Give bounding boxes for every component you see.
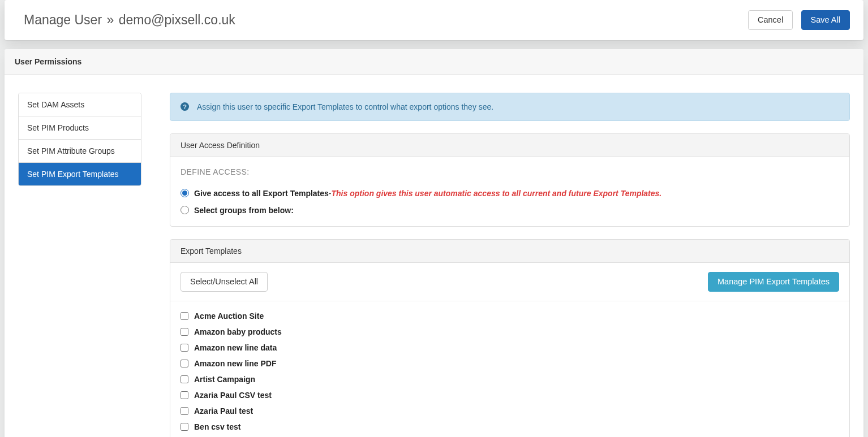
template-item: Amazon new line PDF <box>181 359 839 368</box>
access-panel: User Access Definition DEFINE ACCESS: Gi… <box>170 133 850 227</box>
template-label[interactable]: Ben csv test <box>194 422 240 431</box>
nav-item-3[interactable]: Set PIM Export Templates <box>19 163 141 185</box>
templates-toolbar: Select/Unselect All Manage PIM Export Te… <box>170 263 849 301</box>
template-item: Ben csv test <box>181 422 839 431</box>
templates-panel-title: Export Templates <box>170 240 849 263</box>
cancel-button[interactable]: Cancel <box>748 10 793 30</box>
template-checkbox[interactable] <box>181 360 188 367</box>
template-checkbox[interactable] <box>181 344 188 352</box>
main-card: User Permissions Set DAM AssetsSet PIM P… <box>5 49 863 437</box>
radio-access-all-label[interactable]: Give access to all Export Templates <box>194 189 329 198</box>
title-separator: » <box>106 12 114 27</box>
header-actions: Cancel Save All <box>748 10 850 30</box>
content-column: ? Assign this user to specific Export Te… <box>170 93 850 437</box>
nav-list: Set DAM AssetsSet PIM ProductsSet PIM At… <box>18 93 141 186</box>
section-title: User Permissions <box>5 49 863 75</box>
template-checkbox[interactable] <box>181 407 188 415</box>
info-banner: ? Assign this user to specific Export Te… <box>170 93 850 121</box>
template-item: Artist Campaign <box>181 375 839 384</box>
template-item: Acme Auction Site <box>181 311 839 321</box>
radio-access-select-row: Select groups from below: <box>181 206 839 215</box>
nav-item-0[interactable]: Set DAM Assets <box>19 93 141 116</box>
save-all-button[interactable]: Save All <box>801 10 850 30</box>
template-label[interactable]: Amazon baby products <box>194 327 282 336</box>
template-item: Azaria Paul test <box>181 406 839 416</box>
nav-item-1[interactable]: Set PIM Products <box>19 116 141 140</box>
template-list: Acme Auction SiteAmazon baby productsAma… <box>170 301 849 437</box>
template-item: Amazon baby products <box>181 327 839 336</box>
template-label[interactable]: Azaria Paul CSV test <box>194 391 272 400</box>
define-access-label: DEFINE ACCESS: <box>181 167 839 176</box>
templates-panel: Export Templates Select/Unselect All Man… <box>170 239 850 437</box>
info-icon: ? <box>181 102 189 111</box>
page-header: Manage User » demo@pixsell.co.uk Cancel … <box>5 0 863 40</box>
template-item: Azaria Paul CSV test <box>181 391 839 400</box>
access-panel-title: User Access Definition <box>170 134 849 157</box>
template-checkbox[interactable] <box>181 328 188 336</box>
nav-item-2[interactable]: Set PIM Attribute Groups <box>19 140 141 163</box>
select-unselect-all-button[interactable]: Select/Unselect All <box>181 272 268 292</box>
template-checkbox[interactable] <box>181 391 188 399</box>
radio-access-all[interactable] <box>181 189 189 197</box>
template-checkbox[interactable] <box>181 375 188 383</box>
page-title: Manage User » demo@pixsell.co.uk <box>24 12 235 28</box>
radio-access-select[interactable] <box>181 206 189 214</box>
title-prefix: Manage User <box>24 12 102 27</box>
template-item: Amazon new line data <box>181 343 839 352</box>
manage-templates-button[interactable]: Manage PIM Export Templates <box>708 272 839 292</box>
template-label[interactable]: Amazon new line data <box>194 343 277 352</box>
radio-access-all-row: Give access to all Export Templates - Th… <box>181 189 839 198</box>
template-label[interactable]: Artist Campaign <box>194 375 255 384</box>
radio-access-select-label[interactable]: Select groups from below: <box>194 206 294 215</box>
template-label[interactable]: Azaria Paul test <box>194 406 253 416</box>
radio-access-all-note: This option gives this user automatic ac… <box>332 189 662 198</box>
template-label[interactable]: Amazon new line PDF <box>194 359 276 368</box>
template-checkbox[interactable] <box>181 312 188 320</box>
title-user-email: demo@pixsell.co.uk <box>119 12 235 27</box>
nav-column: Set DAM AssetsSet PIM ProductsSet PIM At… <box>18 93 141 437</box>
template-checkbox[interactable] <box>181 423 188 431</box>
info-banner-text: Assign this user to specific Export Temp… <box>197 102 493 111</box>
template-label[interactable]: Acme Auction Site <box>194 311 264 321</box>
